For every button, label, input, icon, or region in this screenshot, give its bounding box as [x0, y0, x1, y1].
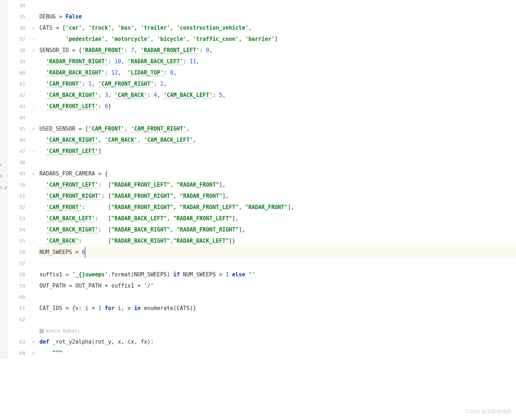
line-number[interactable]: 36 [7, 22, 25, 34]
code-token: , [239, 34, 245, 45]
code-token: "RADAR_BACK_RIGHT" [111, 236, 170, 247]
line-number[interactable]: 42 [7, 90, 25, 101]
line-number[interactable]: 64 [7, 348, 25, 359]
line-number[interactable]: 35 [7, 11, 25, 22]
code-line[interactable]: 'CAM_FRONT_LEFT': 6} [38, 101, 516, 112]
code-token [39, 135, 46, 146]
fold-marker[interactable]: ⊟ [33, 168, 38, 179]
fold-marker[interactable]: ⊟ [33, 336, 38, 348]
fold-marker [33, 292, 38, 303]
fold-marker[interactable]: ⌙ [33, 101, 38, 112]
code-line[interactable]: OUT_PATH = OUT_PATH + suffix1 + '/' [38, 280, 516, 292]
line-number[interactable]: 41 [7, 79, 25, 90]
code-token [39, 56, 46, 67]
code-token: (rot_y, x, cx, fx): [92, 336, 154, 348]
fold-marker[interactable]: ⊟ [33, 22, 38, 34]
fold-marker[interactable]: ⌙ [33, 146, 38, 157]
line-number[interactable]: 53 [7, 213, 25, 224]
code-token: DEBUG [39, 11, 59, 22]
code-line[interactable]: """ [38, 348, 516, 359]
line-number[interactable]: 61 [7, 303, 25, 314]
code-token: , [121, 56, 128, 67]
code-line[interactable] [38, 112, 516, 123]
code-line[interactable]: 'CAM_FRONT': 1, 'CAM_FRONT_RIGHT': 2, [38, 79, 516, 90]
code-line[interactable]: 'RADAR_BACK_RIGHT': 12, 'LIDAR_TOP': 8, [38, 67, 516, 79]
line-number[interactable]: 63 [7, 336, 25, 348]
code-line[interactable]: 'pedestrian', 'motorcycle', 'bicycle', '… [38, 34, 516, 45]
code-line[interactable]: 'RADAR_FRONT_RIGHT': 10, 'RADAR_BACK_LEF… [38, 56, 516, 67]
line-number[interactable] [7, 325, 25, 336]
code-token: ], [219, 179, 226, 191]
line-number[interactable]: 45 [7, 123, 25, 135]
line-number[interactable]: 40 [7, 67, 25, 79]
line-number[interactable]: 60 [7, 292, 25, 303]
line-number[interactable]: 34 [7, 0, 25, 11]
code-line[interactable]: 'CAM_FRONT_RIGHT': ["RADAR_FRONT_RIGHT",… [38, 191, 516, 202]
line-number[interactable]: 49 [7, 168, 25, 179]
fold-marker[interactable]: ⌙ [33, 34, 38, 45]
code-line[interactable]: CATS = ['car', 'truck', 'bus', 'trailer'… [38, 22, 516, 34]
code-token: , [248, 22, 252, 34]
code-token: ] [274, 34, 278, 45]
fold-marker[interactable]: ⊟ [33, 45, 38, 56]
code-token: in [134, 303, 141, 314]
code-token: : [105, 67, 111, 79]
line-number[interactable]: 52 [7, 202, 25, 213]
code-line[interactable]: suffix1 = '_{}sweeps'.format(NUM_SWEEPS)… [38, 269, 516, 280]
code-token: : [213, 90, 219, 101]
code-line[interactable]: DEBUG = False [38, 11, 516, 22]
code-line[interactable]: 'CAM_FRONT_LEFT': ["RADAR_FRONT_LEFT", "… [38, 179, 516, 191]
code-token: 1 [98, 303, 102, 314]
line-number[interactable]: 48 [7, 157, 25, 168]
code-line[interactable] [38, 157, 516, 168]
code-line[interactable]: 'CAM_FRONT_LEFT'] [38, 146, 516, 157]
code-line[interactable]: 'CAM_BACK_LEFT': ["RADAR_BACK_LEFT", "RA… [38, 213, 516, 224]
code-line[interactable] [38, 292, 516, 303]
code-token: 'car' [65, 22, 82, 34]
code-line[interactable]: 'CAM_FRONT': ["RADAR_FRONT_RIGHT", "RADA… [38, 202, 516, 213]
line-number[interactable]: 50 [7, 179, 25, 191]
fold-column[interactable]: ⊟⌙⊟⌙⊟⌙⊟⌙⊟⊟ [33, 0, 38, 359]
line-number[interactable]: 55 [7, 236, 25, 247]
code-line[interactable] [38, 258, 516, 269]
line-number[interactable]: 59 [7, 280, 25, 292]
line-number-gutter[interactable]: 3435363738394041424344454647484950515253… [7, 0, 33, 359]
code-line[interactable]: NUM_SWEEPS = 6 [38, 247, 516, 258]
line-number[interactable]: 38 [7, 45, 25, 56]
code-line[interactable]: RADARS_FOR_CAMERA = { [38, 168, 516, 179]
fold-marker[interactable]: ⌙ [33, 236, 38, 247]
line-number[interactable]: 51 [7, 191, 25, 202]
line-number[interactable]: 47 [7, 146, 25, 157]
fold-marker [33, 314, 38, 325]
line-number[interactable]: 46 [7, 135, 25, 146]
code-token: "RADAR_FRONT_LEFT" [180, 202, 239, 213]
code-token: '/' [144, 280, 154, 292]
line-number[interactable]: 57 [7, 258, 25, 269]
code-line[interactable]: 'CAM_BACK_RIGHT': ["RADAR_BACK_RIGHT", "… [38, 224, 516, 236]
line-number[interactable]: 56 [7, 247, 25, 258]
code-line[interactable]: def _rot_y2alpha(rot_y, x, cx, fx): [38, 336, 516, 348]
line-number[interactable]: 54 [7, 224, 25, 236]
code-token: 'CAM_BACK_LEFT' [46, 213, 95, 224]
code-token: 'trailer' [141, 22, 170, 34]
line-number[interactable]: 62 [7, 314, 25, 325]
code-line[interactable] [38, 0, 516, 11]
code-token: ], [222, 191, 229, 202]
line-number[interactable]: 58 [7, 269, 25, 280]
code-line[interactable]: 'CAM_BACK_RIGHT': 3, 'CAM_BACK': 4, 'CAM… [38, 90, 516, 101]
code-line[interactable]: 'CAM_BACK': ["RADAR_BACK_RIGHT","RADAR_B… [38, 236, 516, 247]
code-token: : [108, 56, 115, 67]
line-number[interactable]: 37 [7, 34, 25, 45]
code-line[interactable]: 'CAM_BACK_RIGHT', 'CAM_BACK', 'CAM_BACK_… [38, 135, 516, 146]
line-number[interactable]: 39 [7, 56, 25, 67]
code-editor-area[interactable]: DEBUG = FalseCATS = ['car', 'truck', 'bu… [38, 0, 516, 359]
code-line[interactable] [38, 314, 516, 325]
line-number[interactable]: 43 [7, 101, 25, 112]
fold-marker[interactable]: ⊟ [33, 348, 38, 359]
code-line[interactable]: USED_SENSOR = ['CAM_FRONT', 'CAM_FRONT_R… [38, 123, 516, 135]
code-token: 'CAM_BACK_LEFT' [163, 90, 212, 101]
fold-marker[interactable]: ⊟ [33, 123, 38, 135]
code-line[interactable]: SENSOR_ID = {'RADAR_FRONT': 7, 'RADAR_FR… [38, 45, 516, 56]
code-line[interactable]: CAT_IDS = {v: i + 1 for i, v in enumerat… [38, 303, 516, 314]
line-number[interactable]: 44 [7, 112, 25, 123]
